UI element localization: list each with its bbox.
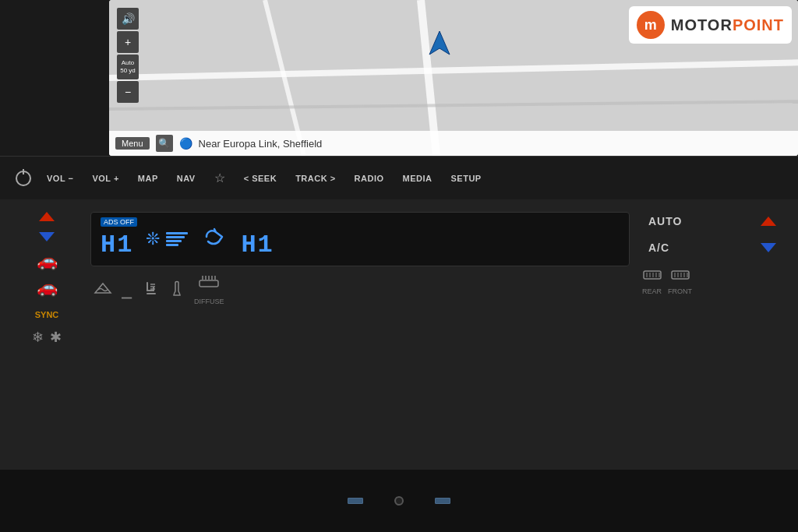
ads-off-badge: ADS OFF <box>101 217 137 227</box>
map-bar: Menu 🔍 🔵 Near Europa Link, Sheffield <box>109 131 798 156</box>
aux-port <box>394 496 404 506</box>
volume-icon[interactable]: 🔊 <box>117 8 139 30</box>
ac-control: A/C <box>642 238 782 257</box>
sync-button[interactable]: SYNC <box>35 310 59 319</box>
media-button[interactable]: MEDIA <box>394 167 442 189</box>
bottom-panel <box>0 470 798 532</box>
top-button-row: VOL − VOL + MAP NAV ☆ < SEEK TRACK > RAD… <box>0 156 798 199</box>
favorites-button[interactable]: ☆ <box>205 164 235 192</box>
foot-airflow-button[interactable] <box>169 280 185 301</box>
windshield-defrost-button[interactable] <box>94 280 112 300</box>
motorpoint-logo: m MOTORPOINT <box>629 6 792 44</box>
nav-button[interactable]: NAV <box>168 167 205 189</box>
menu-button[interactable]: Menu <box>115 137 150 150</box>
location-pin-icon: 🔵 <box>179 137 192 150</box>
logo-text: MOTORPOINT <box>671 16 784 34</box>
fan-display: ❊ <box>146 229 188 249</box>
power-button[interactable] <box>16 171 31 186</box>
car-bottom-icon[interactable]: 🚗 <box>37 277 58 298</box>
fan-direction-dash-button[interactable]: ⎯ <box>122 280 132 300</box>
car-top-icon[interactable]: 🚗 <box>37 251 58 271</box>
map-location-text: Near Europa Link, Sheffield <box>199 138 323 150</box>
radio-button[interactable]: RADIO <box>345 167 394 189</box>
search-button[interactable]: 🔍 <box>156 135 173 152</box>
svg-rect-9 <box>200 280 218 287</box>
auto-control: AUTO <box>642 212 782 231</box>
control-panel: VOL − VOL + MAP NAV ☆ < SEEK TRACK > RAD… <box>0 156 798 532</box>
fan-speed-high-button[interactable]: ✱ <box>50 329 62 346</box>
seek-back-button[interactable]: < SEEK <box>235 167 286 189</box>
svg-marker-5 <box>429 31 450 55</box>
temp-left-display: H1 <box>101 231 133 259</box>
foot-icon <box>169 280 185 301</box>
temp-right-display: H1 <box>241 231 274 259</box>
vol-plus-button[interactable]: VOL + <box>83 167 128 189</box>
svg-rect-15 <box>644 271 661 279</box>
logo-icon: m <box>637 11 665 39</box>
zoom-in-button[interactable]: + <box>117 31 139 53</box>
fan-speed-low-button[interactable]: ❄ <box>32 329 44 346</box>
rear-defrost-button[interactable]: REAR <box>642 268 662 295</box>
map-button[interactable]: MAP <box>129 167 168 189</box>
map-controls: 🔊 + Auto 50 yd − <box>117 8 139 103</box>
ac-label: A/C <box>648 241 669 254</box>
svg-rect-21 <box>672 271 689 279</box>
airflow-seat-button[interactable] <box>141 280 160 301</box>
usb-port-left <box>348 498 363 504</box>
diffuse-icon <box>198 274 220 295</box>
airflow-icon <box>200 223 228 255</box>
front-defrost-button[interactable]: FRONT <box>668 268 692 295</box>
front-defrost-icon <box>671 268 690 286</box>
left-temp-arrows <box>39 212 55 241</box>
temp-down-button[interactable] <box>39 232 55 241</box>
auto-zoom-button[interactable]: Auto 50 yd <box>117 55 139 79</box>
diffuse-button[interactable]: DIFFUSE <box>194 274 224 305</box>
car-icons: 🚗 🚗 <box>37 251 58 298</box>
track-fwd-button[interactable]: TRACK > <box>286 167 344 189</box>
diffuse-label: DIFFUSE <box>194 298 224 305</box>
rear-defrost-icon <box>643 268 662 286</box>
usb-port-right <box>435 498 450 504</box>
auto-label: AUTO <box>648 215 682 227</box>
bottom-controls-row: ⎯ <box>90 274 630 305</box>
fan-bars <box>166 232 188 246</box>
setup-button[interactable]: SETUP <box>442 167 491 189</box>
rear-defrost-label: REAR <box>642 287 662 295</box>
climate-screen: ADS OFF H1 ❊ <box>90 212 630 266</box>
auto-up-button[interactable] <box>761 217 776 226</box>
front-defrost-label: FRONT <box>668 287 692 295</box>
ac-down-button[interactable] <box>761 243 776 252</box>
zoom-out-button[interactable]: − <box>117 81 139 103</box>
rear-front-controls: REAR FRONT <box>642 268 782 295</box>
windshield-icon <box>94 280 112 300</box>
seat-airflow-icon <box>141 280 160 301</box>
air-dash-icon: ⎯ <box>122 280 132 300</box>
vol-minus-button[interactable]: VOL − <box>37 167 83 189</box>
temp-up-button[interactable] <box>39 212 55 221</box>
